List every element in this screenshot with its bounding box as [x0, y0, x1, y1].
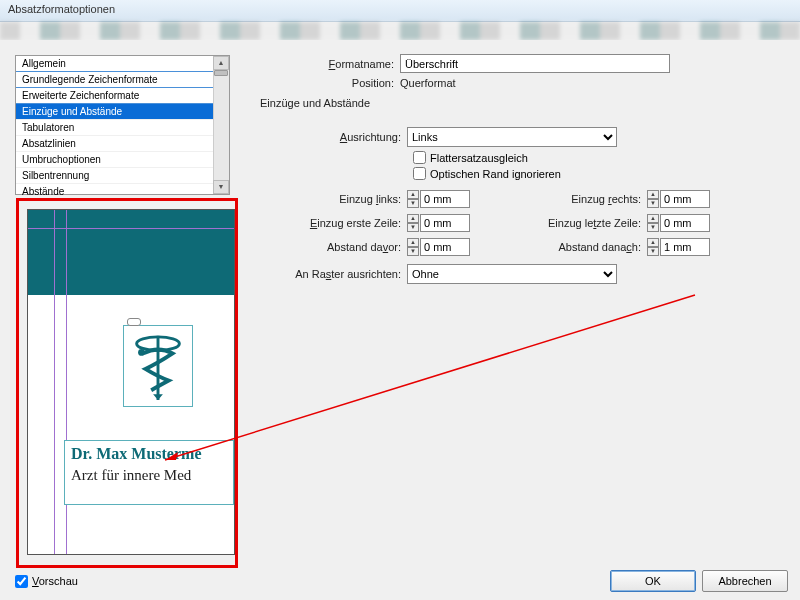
preview-guide-horizontal: [28, 228, 234, 229]
spin-up-icon[interactable]: ▲: [407, 214, 419, 223]
spin-down-icon[interactable]: ▼: [647, 247, 659, 256]
einzug-erste-label: Einzug erste Zeile:: [260, 217, 407, 229]
raster-select[interactable]: Ohne: [407, 264, 617, 284]
optischer-rand-label: Optischen Rand ignorieren: [430, 168, 561, 180]
abstand-danach-input[interactable]: [660, 238, 710, 256]
sidebar-item-umbruch[interactable]: Umbruchoptionen: [16, 152, 229, 168]
spin-up-icon[interactable]: ▲: [407, 238, 419, 247]
form-panel: Formatname: Position: Querformat Einzüge…: [260, 54, 800, 288]
einzug-erste-input[interactable]: [420, 214, 470, 232]
formatname-input[interactable]: [400, 54, 670, 73]
abstand-davor-stepper[interactable]: ▲▼: [407, 238, 487, 256]
position-label: Position:: [260, 77, 400, 89]
asclepius-icon: [124, 326, 192, 406]
dialog-footer: Vorschau OK Abbrechen: [15, 570, 788, 592]
preview-guide-vertical-1: [54, 210, 55, 554]
cancel-button[interactable]: Abbrechen: [702, 570, 788, 592]
preview-heading: Dr. Max Musterme: [71, 445, 227, 463]
category-sidebar: Allgemein Grundlegende Zeichenformate Er…: [15, 55, 230, 195]
optischer-rand-checkbox[interactable]: [413, 167, 426, 180]
sidebar-item-silbentrennung[interactable]: Silbentrennung: [16, 168, 229, 184]
ausrichtung-select[interactable]: Links: [407, 127, 617, 147]
scroll-down-icon[interactable]: ▼: [213, 180, 229, 194]
vorschau-checkbox[interactable]: [15, 575, 28, 588]
einzug-links-input[interactable]: [420, 190, 470, 208]
einzug-rechts-input[interactable]: [660, 190, 710, 208]
preview-text-frame: Dr. Max Musterme Arzt für innere Med: [64, 440, 234, 505]
abstand-davor-input[interactable]: [420, 238, 470, 256]
preview-highlight-box: Dr. Max Musterme Arzt für innere Med: [16, 198, 238, 568]
spin-up-icon[interactable]: ▲: [647, 190, 659, 199]
einzug-links-stepper[interactable]: ▲▼: [407, 190, 487, 208]
einzug-letzte-input[interactable]: [660, 214, 710, 232]
svg-point-1: [138, 349, 145, 356]
raster-label: An Raster ausrichten:: [260, 268, 407, 280]
spin-down-icon[interactable]: ▼: [407, 223, 419, 232]
abstand-danach-label: Abstand danach:: [487, 241, 647, 253]
sidebar-item-tabulatoren[interactable]: Tabulatoren: [16, 120, 229, 136]
abstand-danach-stepper[interactable]: ▲▼: [647, 238, 727, 256]
einzug-letzte-label: Einzug letzte Zeile:: [487, 217, 647, 229]
sidebar-item-erweiterte[interactable]: Erweiterte Zeichenformate: [16, 88, 229, 104]
spin-up-icon[interactable]: ▲: [407, 190, 419, 199]
svg-line-2: [165, 295, 695, 460]
sidebar-item-absatzlinien[interactable]: Absatzlinien: [16, 136, 229, 152]
spin-down-icon[interactable]: ▼: [647, 199, 659, 208]
einzug-rechts-stepper[interactable]: ▲▼: [647, 190, 727, 208]
flattersatz-checkbox[interactable]: [413, 151, 426, 164]
sidebar-scrollbar[interactable]: ▲ ▼: [213, 56, 229, 194]
sidebar-item-grundlegende[interactable]: Grundlegende Zeichenformate: [16, 72, 229, 88]
spin-down-icon[interactable]: ▼: [407, 247, 419, 256]
vorschau-label: Vorschau: [32, 575, 78, 587]
window-titlebar: Absatzformatoptionen: [0, 0, 800, 22]
preview-header-bar: [28, 210, 234, 295]
spin-up-icon[interactable]: ▲: [647, 238, 659, 247]
sidebar-item-allgemein[interactable]: Allgemein: [16, 56, 229, 72]
scroll-thumb[interactable]: [214, 70, 228, 76]
dialog-content: Allgemein Grundlegende Zeichenformate Er…: [0, 40, 800, 600]
position-value: Querformat: [400, 77, 456, 89]
spin-down-icon[interactable]: ▼: [407, 199, 419, 208]
einzug-links-label: Einzug links:: [260, 193, 407, 205]
preview-logo-frame: [123, 325, 193, 407]
spin-down-icon[interactable]: ▼: [647, 223, 659, 232]
section-title: Einzüge und Abstände: [260, 97, 800, 109]
scroll-up-icon[interactable]: ▲: [213, 56, 229, 70]
background-blur: [0, 22, 800, 40]
ausrichtung-label: Ausrichtung:: [260, 131, 407, 143]
preview-subheading: Arzt für innere Med: [71, 467, 227, 484]
abstand-davor-label: Abstand davor:: [260, 241, 407, 253]
einzug-letzte-stepper[interactable]: ▲▼: [647, 214, 727, 232]
link-icon: [127, 318, 141, 326]
einzug-rechts-label: Einzug rechts:: [487, 193, 647, 205]
einzug-erste-stepper[interactable]: ▲▼: [407, 214, 487, 232]
formatname-label: Formatname:: [260, 58, 400, 70]
preview-page: Dr. Max Musterme Arzt für innere Med: [27, 209, 235, 555]
sidebar-item-einzuege[interactable]: Einzüge und Abstände: [16, 104, 229, 120]
flattersatz-label: Flattersatzausgleich: [430, 152, 528, 164]
ok-button[interactable]: OK: [610, 570, 696, 592]
spin-up-icon[interactable]: ▲: [647, 214, 659, 223]
